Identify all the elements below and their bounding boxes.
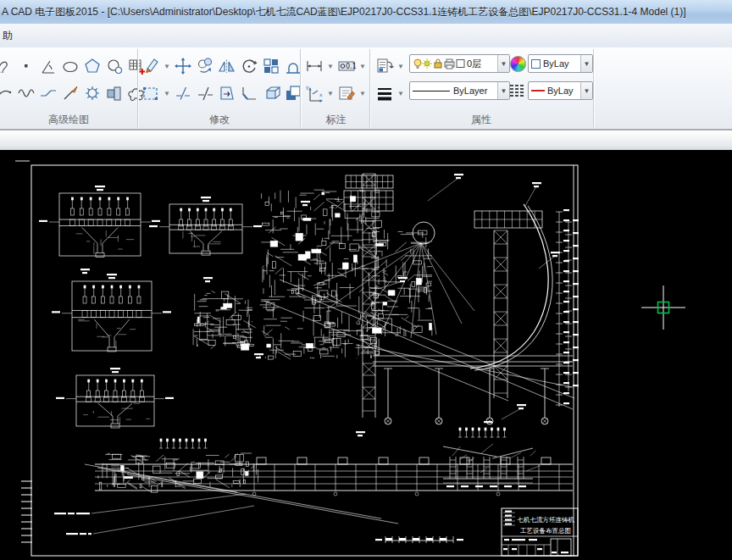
textedit-icon[interactable] bbox=[336, 82, 357, 104]
copy-icon[interactable] bbox=[195, 55, 215, 77]
group-separator bbox=[300, 49, 301, 127]
menu-item-help[interactable]: 助 bbox=[0, 29, 15, 43]
wave-icon[interactable] bbox=[16, 82, 36, 104]
lineweight-dropdown[interactable]: ▼ bbox=[396, 90, 405, 97]
dim-color-sample bbox=[531, 90, 545, 91]
dimcoord-dropdown[interactable]: ▼ bbox=[326, 90, 335, 97]
drawing-canvas[interactable]: 七机七流方坯连铸机工艺设备布置总图 bbox=[0, 150, 732, 560]
title-bar: A CAD 电子图板2015 - [C:\Users\Administrator… bbox=[0, 0, 732, 25]
title-block-line1: 七机七流方坯连铸机 bbox=[518, 516, 575, 524]
polygon-icon[interactable] bbox=[82, 55, 103, 77]
tangentcircle-icon[interactable] bbox=[104, 55, 125, 77]
break-icon[interactable] bbox=[173, 82, 193, 104]
dimtol-dropdown[interactable]: ▼ bbox=[358, 63, 367, 70]
ribbon-group-properties: ▼ ▼ 0层 ▼ ByLay ▼ ByL bbox=[369, 47, 593, 129]
dimlinear-dropdown[interactable]: ▼ bbox=[326, 63, 335, 70]
dim-color-combo[interactable]: ByLay ▼ bbox=[528, 81, 593, 100]
textedit-dropdown[interactable]: ▼ bbox=[358, 90, 367, 97]
mirror-icon[interactable] bbox=[217, 55, 237, 77]
layer-combo[interactable]: 0层 ▼ bbox=[409, 54, 510, 73]
rotate-icon[interactable] bbox=[239, 55, 259, 77]
spline-icon[interactable] bbox=[0, 55, 14, 77]
layerset-dropdown[interactable]: ▼ bbox=[396, 63, 405, 70]
linetype-scale-icon[interactable] bbox=[508, 82, 525, 97]
erase-dropdown[interactable]: ▼ bbox=[163, 63, 171, 70]
ribbon: 高级绘图 ▼ ▼ 修改 ▼0.1▼ yx▼▼ 标注 ▼ ▼ bbox=[0, 47, 732, 130]
breaksym-icon[interactable] bbox=[38, 82, 58, 104]
layerset-icon[interactable] bbox=[374, 55, 395, 77]
stretch-dropdown[interactable]: ▼ bbox=[163, 90, 171, 97]
pointer-icon[interactable] bbox=[60, 82, 80, 104]
color-wheel-icon[interactable] bbox=[510, 56, 526, 72]
color-swatch bbox=[531, 59, 541, 69]
array-icon[interactable] bbox=[261, 55, 281, 77]
linetype-value: ByLayer bbox=[453, 86, 497, 96]
ribbon-lower-band bbox=[0, 130, 732, 151]
erase-icon[interactable] bbox=[141, 55, 161, 77]
cylinder-icon[interactable] bbox=[104, 82, 125, 104]
cad-drawing: 七机七流方坯连铸机工艺设备布置总图 bbox=[0, 150, 732, 560]
lineweight-icon[interactable] bbox=[374, 82, 395, 104]
group-label-dimension: 标注 bbox=[302, 113, 369, 127]
trim-icon[interactable] bbox=[195, 82, 215, 104]
group-label-advanced-draw: 高级绘图 bbox=[0, 113, 137, 127]
linetype-sample bbox=[413, 91, 450, 91]
current-layer-label: 0层 bbox=[467, 58, 497, 70]
dim-color-value: ByLay bbox=[547, 86, 580, 96]
title-block-line2: 工艺设备布置总图 bbox=[520, 527, 571, 535]
group-separator bbox=[137, 49, 138, 127]
layer-combo-dropdown[interactable]: ▼ bbox=[497, 55, 509, 72]
ribbon-group-advanced-draw: 高级绘图 bbox=[0, 47, 137, 129]
group-separator bbox=[593, 49, 594, 127]
window-title: A CAD 电子图板2015 - [C:\Users\Administrator… bbox=[2, 5, 686, 19]
angle-icon[interactable] bbox=[38, 55, 58, 77]
dimtol-icon[interactable]: 0.1 bbox=[336, 55, 357, 77]
explode-icon[interactable] bbox=[261, 82, 281, 104]
crosshair-cursor bbox=[641, 286, 685, 330]
svg-text:x: x bbox=[319, 91, 323, 97]
color-value: ByLay bbox=[543, 58, 580, 69]
linetype-combo[interactable]: ByLayer ▼ bbox=[409, 81, 510, 100]
stretch-icon[interactable] bbox=[141, 82, 161, 104]
dimcoord-icon[interactable]: yx bbox=[304, 82, 324, 104]
group-label-modify: 修改 bbox=[139, 113, 300, 127]
point-icon[interactable] bbox=[16, 55, 36, 77]
drawing-sheet: 七机七流方坯连铸机工艺设备布置总图 bbox=[15, 161, 685, 556]
group-label-properties: 属性 bbox=[369, 113, 593, 127]
color-combo-dropdown[interactable]: ▼ bbox=[580, 55, 592, 72]
ribbon-group-modify: ▼ ▼ 修改 bbox=[139, 47, 300, 129]
layer-state-icons bbox=[413, 57, 467, 70]
arc-icon[interactable] bbox=[0, 82, 14, 104]
dimlinear-icon[interactable] bbox=[304, 55, 324, 77]
svg-text:0.1: 0.1 bbox=[346, 63, 356, 70]
color-combo[interactable]: ByLay ▼ bbox=[528, 54, 593, 73]
gear-icon[interactable] bbox=[82, 82, 103, 104]
menu-bar: 助 bbox=[0, 24, 732, 48]
extend-icon[interactable] bbox=[217, 82, 237, 104]
linetype-combo-dropdown[interactable]: ▼ bbox=[497, 82, 509, 99]
ribbon-group-dimension: ▼0.1▼ yx▼▼ 标注 bbox=[302, 47, 369, 129]
svg-text:y: y bbox=[306, 84, 309, 91]
move-icon[interactable] bbox=[173, 55, 193, 77]
chamfer-icon[interactable] bbox=[239, 82, 259, 104]
ellipse-icon[interactable] bbox=[60, 55, 80, 77]
dim-color-combo-dropdown[interactable]: ▼ bbox=[580, 82, 592, 99]
